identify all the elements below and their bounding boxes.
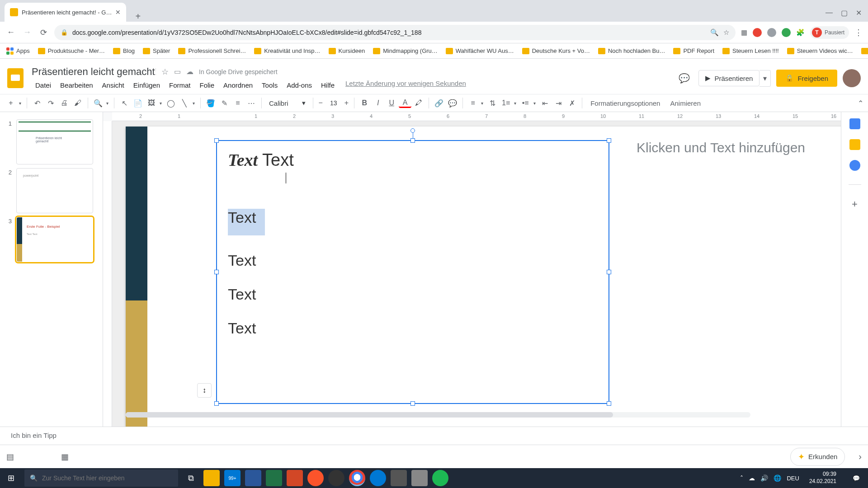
italic-button[interactable]: I [372,97,384,109]
canvas-viewport[interactable]: ↕ Text Text Text Text Text Text Klicken … [112,121,841,427]
resize-handle-tm[interactable] [410,138,415,143]
underline-button[interactable]: U [385,97,398,109]
slide-thumbnail-1[interactable]: Präsentieren leicht gemacht! [16,119,93,164]
font-size-value[interactable]: 13 [328,99,339,107]
menu-addons[interactable]: Add-ons [283,80,316,91]
border-color-button[interactable]: ✎ [218,97,231,109]
taskbar-search-input[interactable] [42,474,173,482]
vertical-ruler[interactable] [103,121,112,427]
obs-icon[interactable] [328,470,344,486]
rotation-handle[interactable] [410,128,415,133]
vertical-align-button[interactable]: ↕ [197,383,212,398]
image-tool[interactable]: 🖼 [145,97,158,109]
line-dropdown[interactable]: ▾ [193,101,195,106]
link-button[interactable]: 🔗 [433,97,445,109]
bookmark-item[interactable]: Kursideen [329,47,365,54]
share-button[interactable]: 🔒 Freigeben [776,70,837,87]
resize-handle-br[interactable] [607,401,611,406]
network-icon[interactable]: 🌐 [774,474,781,482]
paint-format-button[interactable]: 🖌 [71,97,84,109]
explore-button[interactable]: ✦ Erkunden [790,448,845,466]
file-explorer-icon[interactable] [203,470,220,486]
taskbar-search[interactable]: 🔍 [24,469,178,487]
back-button[interactable]: ← [5,28,16,37]
numbered-list-button[interactable]: 1≡ [500,97,512,109]
highlight-button[interactable]: 🖍 [412,97,425,109]
bookmark-item[interactable]: Später [143,47,170,54]
extension-icon-2[interactable] [767,28,776,37]
present-dropdown[interactable]: ▾ [760,70,771,87]
app-icon-1[interactable] [391,470,407,486]
align-button[interactable]: ≡ [467,97,479,109]
taskbar-clock[interactable]: 09:39 24.02.2021 [805,471,841,485]
bookmark-item[interactable]: Büro [861,47,868,54]
menu-anordnen[interactable]: Anordnen [220,80,256,91]
font-family-select[interactable]: Calibri ▾ [265,99,309,107]
resize-handle-bm[interactable] [410,401,415,406]
zoom-icon[interactable]: 🔍 [710,28,719,37]
chrome-icon[interactable] [349,470,365,486]
move-icon[interactable]: ▭ [174,67,181,76]
keep-icon[interactable] [849,139,860,150]
slide-canvas[interactable]: ↕ Text Text Text Text Text Text Klicken … [126,127,841,427]
onedrive-icon[interactable]: ☁ [749,474,755,482]
window-maximize-icon[interactable]: ▢ [841,9,848,17]
spotify-icon[interactable] [432,470,448,486]
add-addon-icon[interactable]: + [852,198,858,210]
line-spacing-button[interactable]: ⇅ [486,97,499,109]
line-tool[interactable]: ╲ [178,97,191,109]
menu-datei[interactable]: Datei [32,80,55,91]
document-title-input[interactable] [32,66,156,78]
browser-tab[interactable]: Präsentieren leicht gemacht! - G… ✕ [5,3,126,22]
powerpoint-icon[interactable] [287,470,303,486]
bookmark-item[interactable]: Blog [113,47,135,54]
bookmark-item[interactable]: Kreativität und Insp… [254,47,320,54]
bookmark-item[interactable]: Steuern Lesen !!!! [722,47,779,54]
calendar-icon[interactable] [849,118,860,129]
bookmark-item[interactable]: PDF Report [673,47,714,54]
numbered-dropdown[interactable]: ▾ [514,101,516,106]
shape-tool[interactable]: ◯ [165,97,177,109]
menu-einfuegen[interactable]: Einfügen [130,80,164,91]
undo-button[interactable]: ↶ [31,97,43,109]
bold-button[interactable]: B [358,97,371,109]
qr-icon[interactable]: ▦ [741,28,747,37]
reload-button[interactable]: ⟳ [38,28,49,38]
horizontal-ruler[interactable]: 2 1 1 2 3 4 5 6 7 8 9 10 11 12 13 14 15 … [112,112,841,121]
menu-tools[interactable]: Tools [258,80,281,91]
slide-thumbnail-3[interactable]: Erste Folie - Beispiel Text Text [16,217,93,262]
decrease-indent-button[interactable]: ⇤ [538,97,551,109]
new-slide-button[interactable]: + [5,97,17,109]
increase-font-button[interactable]: + [343,99,350,107]
notifications-icon[interactable]: 💬 [846,468,866,488]
bullet-list-button[interactable]: •≡ [519,97,532,109]
clear-format-button[interactable]: ✗ [566,97,578,109]
resize-handle-tr[interactable] [607,138,611,143]
url-input[interactable] [72,29,706,36]
forward-button[interactable]: → [22,28,33,37]
align-dropdown[interactable]: ▾ [481,101,483,106]
fill-color-button[interactable]: 🪣 [204,97,217,109]
animate-button[interactable]: Animieren [665,99,705,107]
window-minimize-icon[interactable]: — [826,9,833,17]
side-panel-toggle-icon[interactable]: › [859,451,862,462]
filmstrip-view-icon[interactable]: ▤ [6,452,14,462]
language-indicator[interactable]: DEU [787,475,799,482]
bookmark-item[interactable]: Noch hochladen Bu… [598,47,665,54]
bookmark-item[interactable]: Produktsuche - Mer… [38,47,105,54]
border-weight-button[interactable]: ≡ [231,97,244,109]
menu-bearbeiten[interactable]: Bearbeiten [57,80,97,91]
zoom-dropdown[interactable]: ▾ [106,101,108,106]
format-options-button[interactable]: Formatierungsoptionen [586,99,665,107]
volume-icon[interactable]: 🔊 [760,474,768,482]
textbox-content[interactable]: Text Text Text Text Text Text [217,141,609,346]
start-button[interactable]: ⊞ [0,468,22,488]
comment-button[interactable]: 💬 [446,97,459,109]
app-icon-2[interactable] [411,470,428,486]
mail-icon[interactable]: 99+ [224,470,241,486]
resize-handle-bl[interactable] [214,401,219,406]
text-color-button[interactable]: A [399,98,411,108]
close-tab-icon[interactable]: ✕ [115,9,121,16]
increase-indent-button[interactable]: ⇥ [552,97,565,109]
extension-icon-3[interactable] [782,28,791,37]
